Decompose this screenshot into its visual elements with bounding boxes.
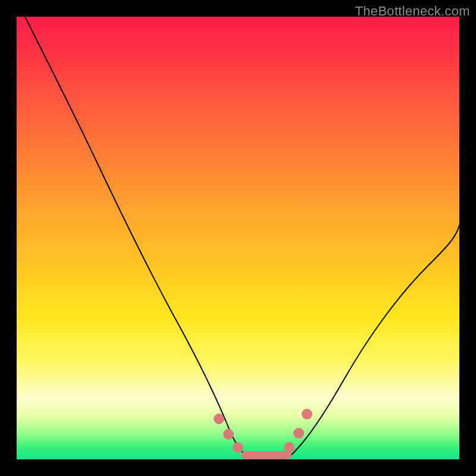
valley-dot: [284, 442, 295, 453]
valley-dot: [293, 428, 304, 439]
chart-svg: [17, 17, 459, 459]
plot-area: [17, 17, 459, 459]
watermark-text: TheBottleneck.com: [355, 4, 470, 19]
left-curve: [25, 17, 248, 456]
valley-dot: [223, 429, 234, 440]
valley-dot: [302, 409, 312, 419]
valley-bar: [242, 451, 292, 459]
valley-dot: [214, 414, 224, 424]
chart-frame: TheBottleneck.com: [0, 0, 476, 476]
valley-dot: [233, 442, 243, 453]
right-curve: [290, 225, 459, 456]
